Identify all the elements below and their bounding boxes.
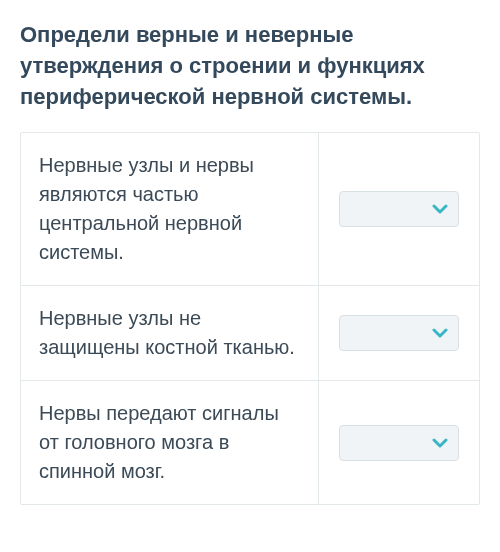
control-cell (319, 297, 479, 369)
control-cell (319, 407, 479, 479)
statements-table: Нервные узлы и нервы являются частью цен… (20, 132, 480, 505)
table-row: Нервные узлы не защищены костной тканью. (21, 286, 479, 381)
statement-text: Нервы передают сигналы от головного мозг… (21, 381, 319, 504)
table-row: Нервные узлы и нервы являются частью цен… (21, 133, 479, 286)
chevron-down-icon (432, 204, 448, 214)
answer-dropdown[interactable] (339, 315, 459, 351)
table-row: Нервы передают сигналы от головного мозг… (21, 381, 479, 504)
chevron-down-icon (432, 328, 448, 338)
statement-text: Нервные узлы и нервы являются частью цен… (21, 133, 319, 285)
question-prompt: Определи верные и неверные утверждения о… (20, 20, 480, 112)
answer-dropdown[interactable] (339, 425, 459, 461)
chevron-down-icon (432, 438, 448, 448)
answer-dropdown[interactable] (339, 191, 459, 227)
control-cell (319, 173, 479, 245)
statement-text: Нервные узлы не защищены костной тканью. (21, 286, 319, 380)
